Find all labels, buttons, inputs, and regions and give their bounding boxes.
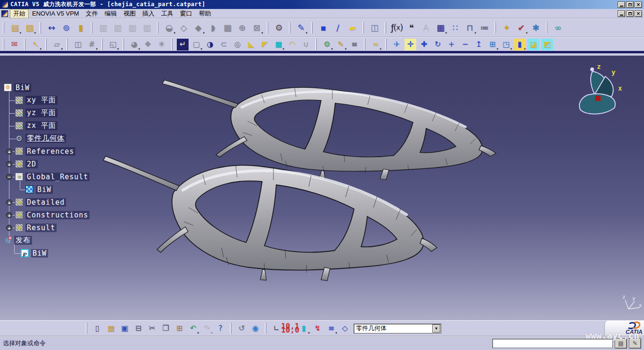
- expand-icon[interactable]: +: [6, 161, 12, 167]
- tree-item-yz 平面[interactable]: yz 平面: [3, 107, 125, 119]
- boundary-icon[interactable]: ◆▾: [192, 22, 205, 34]
- fit-all-icon[interactable]: ✛: [405, 39, 416, 50]
- print-icon[interactable]: ⊟: [132, 323, 144, 334]
- measure-inertia-icon[interactable]: ▮: [74, 22, 87, 34]
- menu-item-工具[interactable]: 工具: [158, 9, 177, 18]
- checker-icon[interactable]: [25, 185, 33, 193]
- minimize-button[interactable]: [618, 1, 625, 8]
- work-on-support-icon[interactable]: ▢▾: [190, 39, 202, 50]
- work-object-combo[interactable]: 零件几何体 ▼: [354, 324, 441, 333]
- relations-icon[interactable]: ∷: [449, 22, 462, 34]
- tree-item-Result[interactable]: +Result: [3, 221, 125, 234]
- swap-visible-space-icon[interactable]: ◩: [541, 39, 553, 50]
- geoset-icon[interactable]: [15, 224, 23, 232]
- geoset-icon[interactable]: [15, 160, 23, 168]
- comment-icon[interactable]: ❝: [405, 22, 418, 34]
- extract-icon[interactable]: ◗: [206, 22, 219, 34]
- geoset-icon[interactable]: [15, 211, 23, 219]
- part-icon[interactable]: [4, 83, 12, 92]
- toolbar-handle[interactable]: [230, 323, 231, 334]
- rough-offset-icon[interactable]: ❖: [142, 39, 154, 50]
- line-icon[interactable]: ∕: [331, 22, 344, 34]
- expand-icon[interactable]: +: [6, 212, 12, 218]
- power-copy-icon[interactable]: ◫: [72, 39, 84, 50]
- fly-mode-icon[interactable]: ✈: [391, 39, 403, 50]
- menu-item-插入[interactable]: 插入: [139, 9, 158, 18]
- pocket-surface-icon[interactable]: ◤: [259, 39, 271, 50]
- doc-close-button[interactable]: ×: [635, 10, 642, 17]
- grid-icon[interactable]: #▾: [86, 39, 98, 50]
- menu-item-文件[interactable]: 文件: [83, 9, 101, 18]
- dialog-toggle-button[interactable]: ✎: [629, 338, 641, 349]
- specification-list-icon[interactable]: ≡: [348, 39, 360, 50]
- toolbar-handle[interactable]: [171, 39, 173, 50]
- toolbar-handle[interactable]: [546, 22, 547, 33]
- toolbar-handle[interactable]: [3, 22, 4, 33]
- units-icon[interactable]: 10,1 10,0: [284, 323, 296, 334]
- iso-view-icon[interactable]: ◳▾: [500, 39, 512, 50]
- toolbar-handle[interactable]: [123, 39, 124, 50]
- structure-filter-icon[interactable]: ≡▾: [325, 323, 337, 334]
- compass[interactable]: z y x: [579, 63, 622, 114]
- plane-icon[interactable]: [15, 109, 23, 117]
- expand-icon[interactable]: +: [6, 148, 12, 154]
- part-catalog-icon[interactable]: ▮▾: [298, 323, 310, 334]
- tree-item-零件几何体[interactable]: 零件几何体: [3, 132, 125, 145]
- trim-icon[interactable]: ◇: [177, 22, 190, 34]
- cylinder-icon[interactable]: ⊂: [218, 39, 230, 50]
- doc-restore-button[interactable]: [626, 10, 634, 17]
- catalog-browser-icon[interactable]: ◫: [368, 22, 381, 34]
- tree-item-BiW[interactable]: BiW: [3, 183, 125, 196]
- plane-icon[interactable]: [15, 96, 23, 104]
- save-catalog-icon[interactable]: ▨▾: [23, 22, 36, 34]
- toolbar-handle[interactable]: [315, 39, 317, 50]
- tree-item-BiW[interactable]: BiW: [3, 247, 125, 259]
- render-style-icon[interactable]: ▮▾: [514, 39, 526, 50]
- save-icon[interactable]: ▣: [119, 323, 131, 334]
- toolbar-handle[interactable]: [45, 39, 47, 50]
- hole-icon[interactable]: ◎: [231, 39, 243, 50]
- book-icon[interactable]: ◇: [339, 323, 351, 334]
- quick-view-icon[interactable]: ⊞▾: [487, 39, 498, 50]
- toolbar-handle[interactable]: [311, 22, 313, 33]
- cut-icon[interactable]: ✂: [146, 323, 158, 334]
- expand-icon[interactable]: +: [6, 225, 12, 231]
- expand-icon[interactable]: +: [6, 199, 12, 205]
- menu-item-ENOVIA V5 VPM[interactable]: ENOVIA V5 VPM: [29, 9, 83, 17]
- close-surface-icon[interactable]: ⊠▾: [250, 22, 263, 34]
- menu-item-编辑[interactable]: 编辑: [101, 9, 120, 18]
- toolbar-handle[interactable]: [363, 22, 364, 33]
- tree-item-zx 平面[interactable]: zx 平面: [3, 119, 125, 132]
- collapse-icon[interactable]: −: [6, 174, 12, 180]
- pointer-hand-icon[interactable]: ◉: [249, 323, 261, 334]
- sweep-surface-icon[interactable]: ◠: [286, 39, 298, 50]
- design-table-icon[interactable]: ▦▾: [434, 22, 447, 34]
- scaling-icon[interactable]: ◱▾: [107, 39, 119, 50]
- normal-view-icon[interactable]: ↥: [473, 39, 485, 50]
- plane-icon[interactable]: [15, 122, 23, 130]
- restore-button[interactable]: [626, 1, 634, 8]
- open-catalog-icon[interactable]: ▤▾: [8, 22, 21, 34]
- geoset-icon[interactable]: [15, 198, 23, 206]
- toolbar-handle[interactable]: [40, 22, 41, 33]
- surfaces-stack-icon[interactable]: ≈▾: [370, 39, 381, 50]
- plane-surface-icon[interactable]: ▰: [346, 22, 359, 34]
- update-gears-icon[interactable]: ⚙▾: [321, 39, 333, 50]
- sphere-icon[interactable]: ◕▾: [128, 39, 140, 50]
- tree-item-2D[interactable]: +2D: [3, 158, 125, 170]
- tree-item-Global_Result[interactable]: −Global_Result: [3, 170, 125, 183]
- settings-gear-icon[interactable]: ⚙: [272, 22, 285, 34]
- equivalent-dimensions-icon[interactable]: ≔: [478, 22, 491, 34]
- menu-item-视图[interactable]: 视图: [120, 9, 139, 18]
- toolbar-handle[interactable]: [289, 22, 290, 33]
- send-to-icon[interactable]: ✉: [8, 39, 20, 50]
- toolbar-handle[interactable]: [86, 323, 87, 334]
- pub-icon[interactable]: [21, 249, 29, 257]
- viewport-3d[interactable]: z y x z y x BiWxy 平面yz 平面zx 平面零件几何体+Refe…: [0, 56, 644, 320]
- pubs-icon[interactable]: [4, 236, 12, 244]
- new-icon[interactable]: ▯: [91, 323, 103, 334]
- knowledge-rule-icon[interactable]: ✦: [500, 22, 513, 34]
- undo-icon[interactable]: ↶▾: [187, 323, 199, 334]
- update-icon[interactable]: ↯: [312, 323, 323, 334]
- menu-item-开始[interactable]: 开始: [10, 9, 29, 18]
